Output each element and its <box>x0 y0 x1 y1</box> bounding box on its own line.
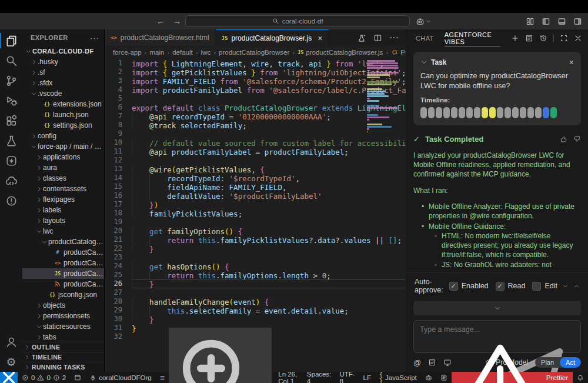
tree-item-productcatalog-[interactable]: JSproductCatalog... <box>22 268 104 279</box>
tree-item-lwc[interactable]: lwc <box>22 226 104 237</box>
tree-item-productcatalog-[interactable]: #productCatalog... <box>22 247 104 258</box>
activitybar-extensions[interactable] <box>0 111 22 131</box>
notifications-bell[interactable] <box>573 372 588 383</box>
org-indicator[interactable]: coralCloudDFOrg <box>85 372 155 383</box>
code-line-13[interactable]: 13 @wire(getPicklistValues, { <box>105 165 406 174</box>
new-chat-button[interactable] <box>511 34 519 42</box>
tree-item--sfdx[interactable]: .sfdx <box>22 78 104 88</box>
thumbs-up-icon[interactable] <box>560 135 567 143</box>
code-line-4[interactable]: 4import productFamilyLabel from '@salesf… <box>105 85 406 94</box>
history-back-button[interactable]: ← <box>156 16 165 26</box>
eol-indicator[interactable]: LF <box>359 372 375 383</box>
code-line-21[interactable]: 21 return this.familyPicklistValues?.dat… <box>105 235 406 244</box>
activitybar-account[interactable] <box>0 332 22 352</box>
copilot-menu[interactable] <box>416 17 431 26</box>
indentation-indicator[interactable]: Spaces: 4 <box>303 372 336 383</box>
code-line-14[interactable]: 14 recordTypeId: '$recordTypeId', <box>105 174 406 182</box>
code-line-8[interactable]: 8 @track selectedFamily; <box>105 121 406 129</box>
tree-item-settings-json[interactable]: {}settings.json <box>22 120 104 131</box>
collapsed-section[interactable] <box>413 301 581 315</box>
tree-item-flexipages[interactable]: flexipages <box>22 194 104 205</box>
checkbox[interactable]: ✓ <box>496 282 505 291</box>
code-line-12[interactable]: 12 <box>105 156 406 165</box>
code-line-7[interactable]: 7 @api recordTypeId = '012000000000000AA… <box>105 112 406 121</box>
code-line-32[interactable]: 32 <box>105 332 406 341</box>
activitybar-source-control[interactable] <box>0 71 22 91</box>
tab-html[interactable]: <> productCatalogBrowser.html <box>105 29 216 46</box>
tree-item-staticresources[interactable]: staticresources <box>22 321 104 332</box>
language-indicator[interactable]: { } JavaScript <box>375 372 421 383</box>
code-line-30[interactable]: 30 } <box>105 315 406 324</box>
tree-item-applications[interactable]: applications <box>22 152 104 162</box>
checkbox[interactable] <box>532 282 541 291</box>
code-line-28[interactable]: 28 handleFamilyChange(event) { <box>105 297 406 306</box>
code-line-9[interactable]: 9 <box>105 129 406 138</box>
activitybar-testing[interactable] <box>0 131 22 151</box>
section-outline[interactable]: OUTLINE <box>22 342 104 352</box>
code-line-15[interactable]: 15 fieldApiName: FAMILY_FIELD, <box>105 182 406 191</box>
chevron-down-icon[interactable] <box>420 59 427 66</box>
tree-item-jsconfig-json[interactable]: {}jsconfig.json <box>22 289 104 300</box>
breadcrumb-item[interactable]: productCatalogBrowser <box>219 49 289 56</box>
breadcrumb-item[interactable]: lwc <box>201 49 211 56</box>
code-line-2[interactable]: 2import { getPicklistValues } from 'ligh… <box>105 68 406 76</box>
tree-item--vscode[interactable]: .vscode <box>22 88 104 99</box>
code-line-1[interactable]: 1import { LightningElement, wire, track,… <box>105 59 406 68</box>
code-editor[interactable]: 1import { LightningElement, wire, track,… <box>105 59 406 372</box>
auto-approve-edit[interactable]: Edit <box>532 282 557 291</box>
encoding-indicator[interactable]: UTF-8 <box>335 372 359 383</box>
tree-item--husky[interactable]: .husky <box>22 56 104 67</box>
copilot-status[interactable] <box>421 372 436 383</box>
tree-item--sf[interactable]: .sf <box>22 67 104 78</box>
section-running-tasks[interactable]: RUNNING TASKS <box>22 362 104 372</box>
prettier-status[interactable]: Prettier <box>452 372 573 383</box>
task-close-button[interactable]: × <box>569 58 574 67</box>
editor-more-actions[interactable]: ··· <box>389 32 399 43</box>
tree-item-launch-json[interactable]: {}launch.json <box>22 109 104 120</box>
activitybar-org-browser[interactable] <box>0 171 22 191</box>
history-icon[interactable] <box>539 34 547 42</box>
breadcrumb-item[interactable]: main <box>149 49 164 56</box>
remote-indicator[interactable] <box>0 372 18 383</box>
activitybar-problems[interactable] <box>0 191 22 211</box>
tab-chat[interactable]: CHAT <box>416 29 434 47</box>
tab-agentforce-vibes[interactable]: AGENTFORCE VIBES <box>445 29 500 47</box>
activitybar-explorer[interactable] <box>0 31 22 51</box>
close-tab-button[interactable]: × <box>318 34 322 43</box>
code-line-22[interactable]: 22 } <box>105 244 406 253</box>
code-line-23[interactable]: 23 <box>105 253 406 262</box>
tree-item-force-app-main-def-[interactable]: force-app / main / def... <box>22 141 104 152</box>
code-line-16[interactable]: 16 defaultValue: '$productFamilyLabel' <box>105 191 406 200</box>
code-line-11[interactable]: 11 @api productFamilyLabel = productFami… <box>105 147 406 156</box>
tree-item-productcatalog-[interactable]: <>productCatalog... <box>22 258 104 268</box>
problems-indicator[interactable]: 0 0 2 <box>18 372 70 383</box>
editor-layout-indicator[interactable] <box>70 372 85 383</box>
tree-item-layouts[interactable]: layouts <box>22 215 104 226</box>
thumbs-down-icon[interactable] <box>573 135 581 143</box>
minimap[interactable] <box>367 60 401 135</box>
breadcrumb-item[interactable]: force-app <box>113 49 142 56</box>
activitybar-run-debug[interactable] <box>0 91 22 111</box>
tree-item-tabs[interactable]: tabs <box>22 332 104 342</box>
run-tests-icon[interactable] <box>358 34 366 42</box>
extension-status[interactable] <box>436 372 452 383</box>
explorer-more-actions[interactable]: ··· <box>90 34 99 42</box>
command-center-search[interactable]: coral-cloud-df <box>185 15 410 27</box>
cursor-position[interactable]: Ln 26, Col 1 <box>274 372 303 383</box>
tab-js[interactable]: JS productCatalogBrowser.js × <box>216 29 329 46</box>
toggle-secondary-sidebar-button[interactable] <box>573 17 582 26</box>
code-line-5[interactable]: 5 <box>105 94 406 103</box>
chevron-down-icon[interactable] <box>562 283 569 289</box>
breadcrumb-item[interactable]: default <box>172 49 193 56</box>
tree-item-labels[interactable]: labels <box>22 205 104 215</box>
auto-approve-read[interactable]: ✓Read <box>496 282 526 291</box>
menu-indicator[interactable]: ≡ <box>156 372 169 383</box>
code-line-19[interactable]: 19 <box>105 218 406 227</box>
toggle-sidebar-button[interactable] <box>542 17 550 26</box>
activitybar-search[interactable] <box>0 51 22 71</box>
code-line-26[interactable]: 26 } <box>105 279 406 288</box>
tree-item-permissionsets[interactable]: permissionsets <box>22 311 104 321</box>
breadcrumb-item[interactable]: ProductCatalogBrowser <box>391 49 406 56</box>
code-line-24[interactable]: 24 get hasOptions() { <box>105 262 406 271</box>
code-line-6[interactable]: 6export default class ProductCatalogBrow… <box>105 103 406 112</box>
